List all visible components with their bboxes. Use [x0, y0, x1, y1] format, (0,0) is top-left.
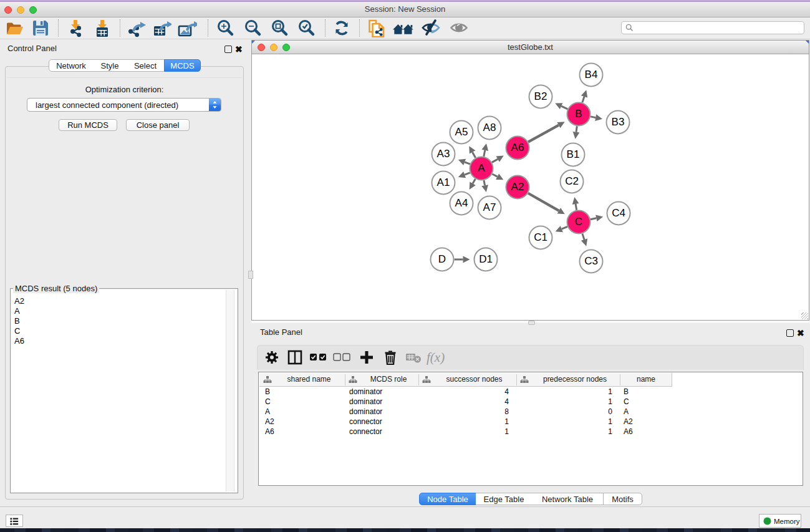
svg-text:C3: C3	[584, 255, 598, 267]
svg-text:A7: A7	[483, 201, 496, 213]
svg-text:A4: A4	[455, 197, 468, 209]
svg-text:A2: A2	[511, 181, 524, 193]
svg-text:B4: B4	[585, 69, 598, 80]
svg-text:C1: C1	[534, 231, 547, 243]
svg-text:B3: B3	[612, 116, 625, 128]
svg-text:A8: A8	[483, 122, 496, 133]
svg-text:D1: D1	[479, 253, 493, 265]
svg-text:C2: C2	[565, 175, 579, 187]
svg-text:B: B	[575, 108, 582, 120]
svg-text:C4: C4	[612, 207, 625, 219]
svg-text:B2: B2	[534, 90, 547, 102]
svg-text:B1: B1	[567, 148, 580, 160]
svg-text:A3: A3	[437, 148, 450, 160]
svg-text:A5: A5	[455, 126, 468, 138]
svg-text:A6: A6	[511, 142, 524, 153]
svg-text:C: C	[575, 216, 582, 228]
svg-text:A1: A1	[437, 177, 450, 188]
svg-text:f(x): f(x)	[427, 350, 445, 365]
svg-text:A: A	[478, 162, 485, 174]
svg-text:D: D	[438, 253, 446, 265]
